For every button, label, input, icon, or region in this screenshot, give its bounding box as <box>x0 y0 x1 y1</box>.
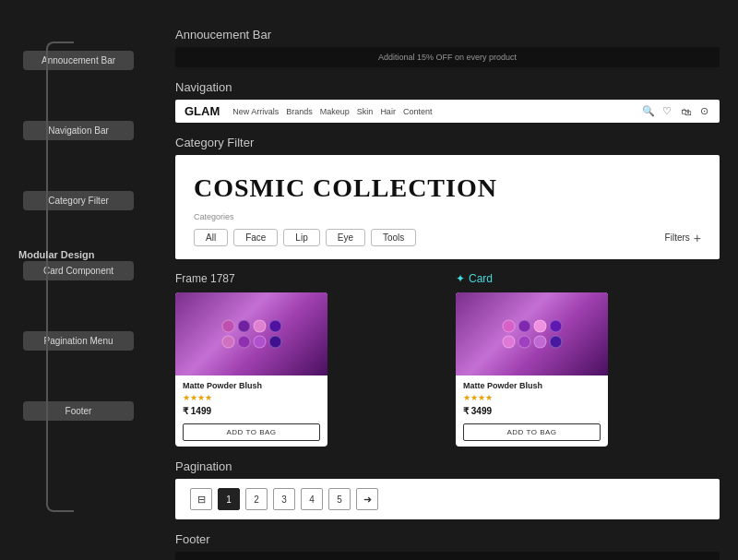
filters-label: Filters <box>665 232 690 243</box>
add-to-bag-btn-1[interactable]: ADD TO BAG <box>183 423 320 441</box>
product-stars-1: ★★★★ <box>183 393 320 402</box>
palette-dot <box>549 320 562 333</box>
announcement-section-title: Annoucement Bar <box>175 28 720 42</box>
card-label-text: Card <box>469 272 493 285</box>
nav-section-title: Navigation <box>175 80 720 94</box>
product-info-1: Matte Powder Blush ★★★★ ₹ 1499 ADD TO BA… <box>175 375 327 447</box>
footer-bar: MENU FIND A STORE BECOME A MEMBER SIGN U… <box>175 552 720 560</box>
add-to-bag-btn-2[interactable]: ADD TO BAG <box>463 423 601 441</box>
cat-btn-lip[interactable]: Lip <box>283 229 319 246</box>
page-btn-1[interactable]: 1 <box>218 488 240 510</box>
pagination-section: Pagination ⊟ 1 2 3 4 5 ➜ <box>175 459 720 519</box>
frame-1787-box: Frame 1787 <box>175 272 439 447</box>
bag-icon[interactable]: 🛍 <box>679 105 692 118</box>
frames-row: Frame 1787 <box>175 272 720 447</box>
cat-btn-all[interactable]: All <box>194 229 228 246</box>
category-buttons: All Face Lip Eye Tools Filters + <box>194 229 701 246</box>
palette-dot <box>221 336 234 349</box>
page-btn-2[interactable]: 2 <box>245 488 268 510</box>
palette-grid-2 <box>502 320 562 349</box>
pagination-bar: ⊟ 1 2 3 4 5 ➜ <box>175 479 720 519</box>
nav-brand[interactable]: GLAM <box>184 104 220 118</box>
main-content: Annoucement Bar Additional 15% OFF on ev… <box>157 0 738 560</box>
cat-btn-face[interactable]: Face <box>233 229 278 246</box>
sidebar-bracket <box>46 42 74 512</box>
nav-section: Navigation GLAM New Arrivals Brands Make… <box>175 80 720 123</box>
palette-dot <box>518 320 530 333</box>
nav-link-content[interactable]: Content <box>403 107 433 116</box>
nav-bar: GLAM New Arrivals Brands Makeup Skin Hai… <box>175 100 720 123</box>
palette-dot <box>502 320 515 333</box>
product-name-1: Matte Powder Blush <box>183 381 320 390</box>
palette-dot <box>221 320 234 333</box>
product-name-2: Matte Powder Blush <box>463 381 601 390</box>
product-image-1 <box>175 292 327 375</box>
frame-label: Frame 1787 <box>175 272 439 285</box>
user-icon[interactable]: ⊙ <box>697 105 710 118</box>
sidebar-item-card[interactable]: Card Component <box>23 261 134 280</box>
footer-section: Footer MENU FIND A STORE BECOME A MEMBER… <box>175 532 720 560</box>
palette-dot <box>502 336 515 349</box>
card-label: ✦ Card <box>456 272 720 285</box>
palette-dot <box>268 320 281 333</box>
nav-link-brands[interactable]: Brands <box>286 107 313 116</box>
page-btn-4[interactable]: 4 <box>301 488 323 510</box>
nav-links: New Arrivals Brands Makeup Skin Hair Con… <box>232 107 635 116</box>
palette-dot <box>237 336 250 349</box>
cat-btn-eye[interactable]: Eye <box>326 229 365 246</box>
category-section: Category Filter COSMIC COLLECTION Catego… <box>175 136 720 259</box>
pagination-next-icon[interactable]: ➜ <box>356 488 378 510</box>
search-icon[interactable]: 🔍 <box>642 105 655 118</box>
sidebar-item-category[interactable]: Category Filter <box>23 191 134 210</box>
categories-label: Categories <box>194 212 701 221</box>
sidebar-item-announcement[interactable]: Annoucement Bar <box>23 51 134 70</box>
product-card-1: Matte Powder Blush ★★★★ ₹ 1499 ADD TO BA… <box>175 292 327 447</box>
palette-dot <box>533 336 546 349</box>
sidebar-item-footer[interactable]: Footer <box>23 401 134 421</box>
palette-dot <box>533 320 546 333</box>
announcement-bar: Additional 15% OFF on every product <box>175 47 720 67</box>
palette-dot <box>549 336 562 349</box>
cat-btn-tools[interactable]: Tools <box>371 229 416 246</box>
palette-dot <box>268 336 281 349</box>
pagination-section-title: Pagination <box>175 459 720 473</box>
nav-link-skin[interactable]: Skin <box>357 107 374 116</box>
product-price-2: ₹ 3499 <box>463 406 601 416</box>
product-image-2 <box>456 292 608 375</box>
modular-design-label: Modular Design <box>18 249 95 260</box>
product-stars-2: ★★★★ <box>463 393 601 402</box>
card-sparkle-icon: ✦ <box>456 272 465 285</box>
product-info-2: Matte Powder Blush ★★★★ ₹ 3499 ADD TO BA… <box>456 375 608 447</box>
product-price-1: ₹ 1499 <box>183 406 320 416</box>
product-card-2: Matte Powder Blush ★★★★ ₹ 3499 ADD TO BA… <box>456 292 608 447</box>
nav-link-hair[interactable]: Hair <box>380 107 396 116</box>
sidebar: Modular Design Annoucement Bar Navigatio… <box>0 0 157 560</box>
announcement-section: Annoucement Bar Additional 15% OFF on ev… <box>175 28 720 67</box>
filters-button[interactable]: Filters + <box>665 231 701 245</box>
palette-grid-1 <box>221 320 281 349</box>
collection-title: COSMIC COLLECTION <box>194 173 701 203</box>
pagination-prev-icon[interactable]: ⊟ <box>190 488 212 510</box>
palette-dot <box>253 320 266 333</box>
page-btn-5[interactable]: 5 <box>328 488 351 510</box>
page-btn-3[interactable]: 3 <box>273 488 295 510</box>
nav-icons: 🔍 ♡ 🛍 ⊙ <box>642 105 710 118</box>
palette-dot <box>237 320 250 333</box>
filters-plus-icon: + <box>694 231 701 245</box>
footer-section-title: Footer <box>175 532 720 546</box>
frames-section: Frame 1787 <box>175 272 720 447</box>
category-section-title: Category Filter <box>175 136 720 149</box>
nav-link-makeup[interactable]: Makeup <box>320 107 350 116</box>
category-filter: COSMIC COLLECTION Categories All Face Li… <box>175 155 720 259</box>
palette-dot <box>253 336 266 349</box>
wishlist-icon[interactable]: ♡ <box>661 105 673 118</box>
nav-link-new-arrivals[interactable]: New Arrivals <box>232 107 279 116</box>
sidebar-item-pagination[interactable]: Pagination Menu <box>23 331 134 351</box>
sidebar-item-navigation[interactable]: Navigation Bar <box>23 121 134 140</box>
palette-dot <box>518 336 530 349</box>
card-box: ✦ Card <box>456 272 720 447</box>
